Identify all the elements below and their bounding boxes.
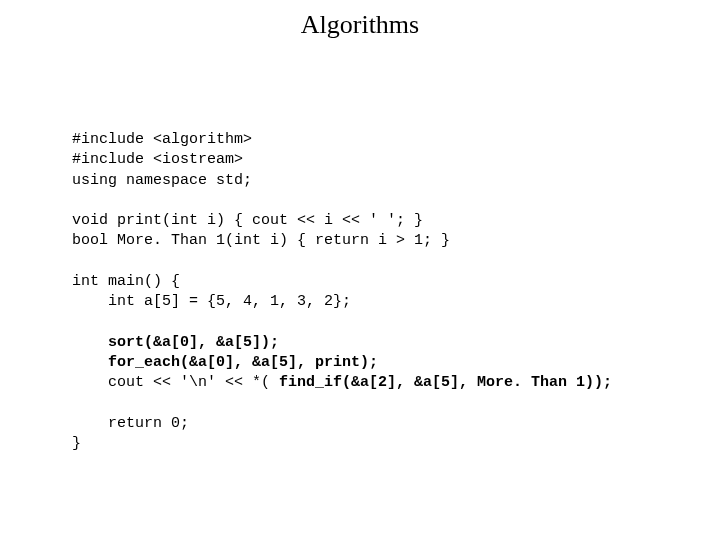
code-line: void print(int i) { cout << i << ' '; } [72,212,423,229]
code-bold: for_each(&a[0], &a[5], print); [108,354,378,371]
code-line: using namespace std; [72,172,252,189]
slide: Algorithms #include <algorithm> #include… [0,0,720,540]
code-line: cout << '\n' << *( [72,374,279,391]
code-bold: find_if(&a[2], &a[5], More. Than 1)); [279,374,612,391]
code-line [72,354,108,371]
code-line: bool More. Than 1(int i) { return i > 1;… [72,232,450,249]
code-line: } [72,435,81,452]
code-line: int main() { [72,273,180,290]
code-line: #include <algorithm> [72,131,252,148]
code-block: #include <algorithm> #include <iostream>… [72,130,612,454]
code-bold: sort(&a[0], &a[5]); [108,334,279,351]
code-line: return 0; [72,415,189,432]
code-line: int a[5] = {5, 4, 1, 3, 2}; [72,293,351,310]
code-line [72,334,108,351]
slide-title: Algorithms [0,10,720,40]
code-line: #include <iostream> [72,151,243,168]
